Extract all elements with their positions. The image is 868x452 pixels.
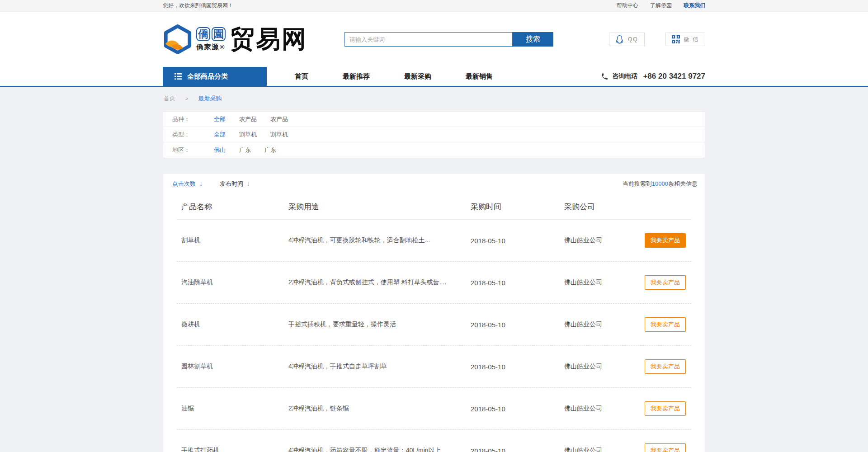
product-name: 油锯: [181, 405, 288, 413]
filter-option[interactable]: 割草机: [239, 131, 257, 139]
filter-option[interactable]: 农产品: [239, 115, 257, 123]
filter-label: 地区：: [172, 146, 214, 154]
filter-row: 类型：全部割草机割草机: [163, 127, 705, 142]
product-name: 割草机: [181, 236, 288, 245]
filter-option[interactable]: 全部: [214, 131, 226, 139]
purchase-use: 4冲程汽油机，药箱容量不限，额定流量：40L/min以上: [288, 447, 471, 452]
sort-arrow-icon: ↓: [198, 180, 203, 187]
purchase-use: 手摇式插秧机，要求重量轻，操作灵活: [288, 320, 471, 329]
search-bar: 搜索: [344, 32, 553, 47]
filter-row: 品种：全部农产品农产品: [163, 112, 705, 127]
nav-item[interactable]: 最新推荐: [326, 67, 387, 86]
filter-label: 类型：: [172, 131, 214, 139]
contact-boxes: QQ 微 信: [609, 33, 705, 46]
sort-option[interactable]: 点击次数 ↓: [172, 180, 203, 188]
category-list-icon: [175, 73, 182, 80]
qq-label: QQ: [628, 36, 638, 42]
wechat-contact-button[interactable]: 微 信: [665, 33, 705, 46]
sort-bar: 点击次数 ↓发布时间 ↓ 当前搜索到10000条相关信息: [163, 174, 705, 194]
table-row: 手推式打药机4冲程汽油机，药箱容量不限，额定流量：40L/min以上2018-0…: [177, 430, 691, 452]
filter-option[interactable]: 佛山: [214, 146, 226, 154]
result-count: 10000: [652, 180, 668, 187]
row-action: 我要卖产品: [645, 275, 691, 290]
sort-arrow-icon: ↓: [245, 180, 250, 187]
purchase-date: 2018-05-10: [471, 363, 564, 371]
nav-item[interactable]: 最新销售: [448, 67, 510, 86]
breadcrumb-separator: >: [185, 96, 188, 101]
row-action: 我要卖产品: [645, 401, 691, 416]
phone-info: 咨询电话 +86 20 3421 9727: [601, 67, 705, 86]
nav-item[interactable]: 首页: [278, 67, 326, 86]
purchase-company: 佛山皓业公司: [564, 405, 645, 413]
search-button[interactable]: 搜索: [513, 32, 553, 47]
sell-product-button[interactable]: 我要卖产品: [645, 359, 686, 374]
logo-sub-text: 僑家源®: [196, 43, 225, 52]
greeting-text: 您好，欢饮来到僑園贸易网！: [163, 2, 233, 9]
phone-label: 咨询电话: [612, 72, 637, 80]
purchase-company: 佛山皓业公司: [564, 278, 645, 287]
all-categories-button[interactable]: 全部商品分类: [163, 67, 267, 86]
phone-number: +86 20 3421 9727: [643, 72, 705, 81]
sell-product-button[interactable]: 我要卖产品: [645, 401, 686, 416]
row-action: 我要卖产品: [645, 233, 691, 248]
page-body: 首页 > 最新采购 品种：全部农产品农产品类型：全部割草机割草机地区：佛山广东广…: [0, 87, 868, 452]
breadcrumb-home[interactable]: 首页: [164, 94, 175, 103]
logo-hexagon-icon: [163, 24, 193, 54]
nav-item[interactable]: 最新采购: [387, 67, 448, 86]
wechat-label: 微 信: [684, 36, 699, 43]
filter-option[interactable]: 广东: [239, 146, 251, 154]
purchase-company: 佛山皓业公司: [564, 320, 645, 329]
column-header: 采购公司: [564, 202, 645, 212]
purchase-date: 2018-05-10: [471, 405, 564, 413]
table-row: 割草机4冲程汽油机，可更换胶轮和铁轮，适合翻地松土...2018-05-10佛山…: [177, 220, 691, 262]
purchase-company: 佛山皓业公司: [564, 447, 645, 452]
sell-product-button[interactable]: 我要卖产品: [645, 317, 686, 332]
product-name: 园林割草机: [181, 363, 288, 371]
sell-product-button[interactable]: 我要卖产品: [645, 233, 686, 248]
table-row: 油锯2冲程汽油机，链条锯2018-05-10佛山皓业公司我要卖产品: [177, 388, 691, 430]
product-name: 手推式打药机: [181, 447, 288, 452]
purchase-use: 4冲程汽油机，手推式自走草坪割草: [288, 363, 471, 371]
sort-options: 点击次数 ↓发布时间 ↓: [172, 180, 267, 188]
purchase-table: 产品名称采购用途采购时间采购公司 割草机4冲程汽油机，可更换胶轮和铁轮，适合翻地…: [177, 194, 691, 452]
sell-product-button[interactable]: 我要卖产品: [645, 275, 686, 290]
phone-icon: [601, 73, 609, 80]
filter-option[interactable]: 全部: [214, 115, 226, 123]
table-row: 园林割草机4冲程汽油机，手推式自走草坪割草2018-05-10佛山皓业公司我要卖…: [177, 346, 691, 388]
column-header: 采购时间: [471, 202, 564, 212]
filter-options: 全部农产品农产品: [214, 115, 302, 123]
filter-option[interactable]: 广东: [264, 146, 276, 154]
filter-option[interactable]: 割草机: [270, 131, 288, 139]
purchase-date: 2018-05-10: [471, 237, 564, 245]
logo-site-text: 贸易网: [230, 23, 307, 56]
sell-product-button[interactable]: 我要卖产品: [645, 443, 686, 452]
breadcrumb: 首页 > 最新采购: [163, 87, 705, 111]
topbar-link[interactable]: 了解侨园: [650, 2, 672, 9]
topbar-link[interactable]: 联系我们: [684, 2, 705, 9]
filter-option[interactable]: 农产品: [270, 115, 288, 123]
breadcrumb-current[interactable]: 最新采购: [198, 94, 222, 103]
qq-contact-button[interactable]: QQ: [609, 33, 645, 46]
purchase-use: 2冲程汽油机，链条锯: [288, 405, 471, 413]
row-action: 我要卖产品: [645, 359, 691, 374]
filter-options: 佛山广东广东: [214, 146, 290, 154]
sort-option[interactable]: 发布时间 ↓: [220, 180, 250, 188]
search-input[interactable]: [344, 32, 513, 47]
topbar-link[interactable]: 帮助中心: [617, 2, 638, 9]
purchase-date: 2018-05-10: [471, 279, 564, 287]
product-name: 微耕机: [181, 320, 288, 329]
listing-box: 点击次数 ↓发布时间 ↓ 当前搜索到10000条相关信息 产品名称采购用途采购时…: [163, 173, 705, 452]
column-header: 采购用途: [288, 202, 471, 212]
main-nav: 全部商品分类 首页最新推荐最新采购最新销售 咨询电话 +86 20 3421 9…: [0, 67, 868, 87]
qq-icon: [615, 35, 624, 44]
purchase-company: 佛山皓业公司: [564, 363, 645, 371]
all-categories-label: 全部商品分类: [187, 72, 228, 81]
table-row: 微耕机手摇式插秧机，要求重量轻，操作灵活2018-05-10佛山皓业公司我要卖产…: [177, 304, 691, 346]
wechat-qr-icon: [672, 35, 680, 43]
table-body: 割草机4冲程汽油机，可更换胶轮和铁轮，适合翻地松土...2018-05-10佛山…: [177, 220, 691, 452]
filter-box: 品种：全部农产品农产品类型：全部割草机割草机地区：佛山广东广东: [163, 111, 705, 158]
filter-row: 地区：佛山广东广东: [163, 142, 705, 158]
topbar: 您好，欢饮来到僑園贸易网！ 帮助中心了解侨园联系我们: [0, 0, 868, 12]
site-logo[interactable]: 僑園 僑家源® 贸易网: [163, 23, 307, 56]
filter-label: 品种：: [172, 115, 214, 123]
